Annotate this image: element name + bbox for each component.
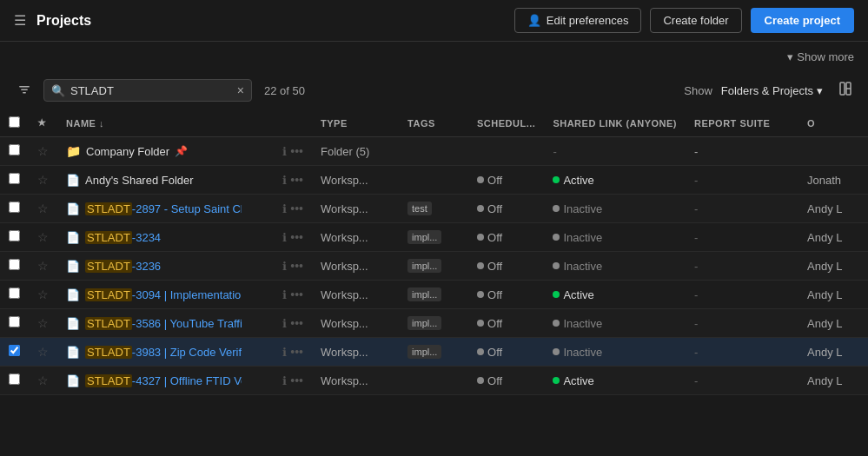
info-icon[interactable]: ℹ [282, 317, 287, 330]
schedule-text: Off [487, 202, 502, 215]
th-tags[interactable]: TAGS [399, 109, 468, 137]
name-rest[interactable]: -3236 [132, 260, 161, 273]
search-container: 🔍 × [43, 79, 252, 102]
shared-dot [553, 291, 560, 298]
schedule-cell: Off [468, 281, 544, 309]
row-checkbox[interactable] [9, 202, 20, 213]
th-star: ★ [29, 109, 57, 137]
edit-preferences-button[interactable]: 👤 Edit preferences [514, 8, 642, 33]
svg-rect-2 [23, 92, 26, 94]
show-more-button[interactable]: ▾ Show more [787, 50, 854, 63]
columns-button[interactable] [838, 81, 854, 100]
tag-badge: impl... [407, 259, 441, 273]
more-options-icon[interactable]: ••• [290, 230, 303, 244]
select-all-checkbox[interactable] [9, 116, 20, 128]
info-icon[interactable]: ℹ [282, 231, 287, 244]
th-shared[interactable]: SHARED LINK (ANYONE) [544, 109, 686, 137]
schedule-text: Off [487, 260, 502, 273]
search-input[interactable] [70, 84, 234, 97]
name-highlight[interactable]: STLADT [85, 260, 132, 273]
create-folder-button[interactable]: Create folder [650, 8, 741, 33]
th-name[interactable]: NAME ↓ [57, 109, 312, 137]
name-rest[interactable]: -2897 - Setup Saint Classifica... [132, 202, 242, 215]
row-checkbox[interactable] [9, 345, 20, 356]
star-cell[interactable]: ☆ [29, 223, 57, 252]
name-rest[interactable]: -4327 | Offline FTID Verificati... [132, 374, 242, 387]
th-owner[interactable]: O [798, 109, 868, 137]
star-cell[interactable]: ☆ [29, 338, 57, 367]
more-options-icon[interactable]: ••• [290, 373, 303, 387]
workspace-icon: 📄 [66, 317, 80, 330]
row-checkbox[interactable] [9, 173, 20, 184]
info-icon[interactable]: ℹ [282, 202, 287, 215]
more-options-icon[interactable]: ••• [290, 287, 303, 301]
star-cell[interactable]: ☆ [29, 166, 57, 195]
row-checkbox-cell [0, 367, 29, 395]
more-options-icon[interactable]: ••• [290, 316, 303, 330]
row-checkbox[interactable] [9, 287, 20, 299]
row-checkbox-cell [0, 338, 29, 367]
create-project-button[interactable]: Create project [751, 8, 854, 33]
menu-icon[interactable]: ☰ [14, 12, 26, 29]
star-cell[interactable]: ☆ [29, 281, 57, 309]
shared-cell: Active [544, 281, 686, 309]
table-row: ☆📄STLADT-2897 - Setup Saint Classifica..… [0, 195, 868, 223]
name-cell: 📄STLADT-3094 | Implementation Wor...ℹ••• [57, 281, 312, 309]
schedule-cell: Off [468, 338, 544, 367]
more-options-icon[interactable]: ••• [290, 144, 303, 158]
row-checkbox[interactable] [9, 259, 20, 270]
info-icon[interactable]: ℹ [282, 174, 287, 187]
info-icon[interactable]: ℹ [282, 374, 287, 387]
name-highlight[interactable]: STLADT [85, 202, 132, 215]
star-cell[interactable]: ☆ [29, 195, 57, 223]
filter-button[interactable] [14, 79, 35, 102]
star-cell[interactable]: ☆ [29, 252, 57, 281]
tag-badge: impl... [407, 316, 441, 330]
name-rest[interactable]: -3094 | Implementation Wor... [132, 288, 242, 301]
name-highlight[interactable]: STLADT [85, 231, 132, 244]
name-link[interactable]: Andy's Shared Folder [85, 174, 194, 187]
th-schedule[interactable]: SCHEDUL... [468, 109, 544, 137]
svg-rect-1 [21, 89, 28, 90]
more-options-icon[interactable]: ••• [290, 259, 303, 273]
name-rest[interactable]: -3983 | Zip Code Verification [132, 346, 242, 359]
search-icon: 🔍 [51, 84, 65, 97]
table-row: ☆📁Company Folder📌ℹ•••Folder (5)-- [0, 137, 868, 166]
more-options-icon[interactable]: ••• [290, 345, 303, 359]
toolbar: 🔍 × 22 of 50 Show Folders & Projects ▾ [0, 71, 868, 109]
info-icon[interactable]: ℹ [282, 288, 287, 301]
info-icon[interactable]: ℹ [282, 260, 287, 273]
page-title: Projects [36, 13, 91, 29]
name-highlight[interactable]: STLADT [85, 346, 132, 359]
row-checkbox[interactable] [9, 230, 20, 241]
name-cell: 📄STLADT-3983 | Zip Code Verificationℹ••• [57, 338, 312, 367]
row-checkbox[interactable] [9, 316, 20, 327]
name-rest[interactable]: -3586 | YouTube Traffic Inves... [132, 317, 242, 330]
schedule-cell: Off [468, 223, 544, 252]
tags-cell: impl... [399, 223, 468, 252]
info-icon[interactable]: ℹ [282, 145, 287, 158]
name-highlight[interactable]: STLADT [85, 374, 132, 387]
row-checkbox[interactable] [9, 373, 20, 385]
name-highlight[interactable]: STLADT [85, 288, 132, 301]
star-cell[interactable]: ☆ [29, 367, 57, 395]
tags-cell [399, 367, 468, 395]
show-dropdown-button[interactable]: Folders & Projects ▾ [721, 84, 823, 97]
workspace-icon: 📄 [66, 231, 80, 244]
more-options-icon[interactable]: ••• [290, 173, 303, 187]
name-link[interactable]: Company Folder [86, 145, 169, 158]
th-report[interactable]: REPORT SUITE [686, 109, 798, 137]
star-cell[interactable]: ☆ [29, 309, 57, 338]
row-checkbox[interactable] [9, 144, 20, 155]
star-cell[interactable]: ☆ [29, 137, 57, 166]
info-icon[interactable]: ℹ [282, 346, 287, 359]
th-type[interactable]: TYPE [312, 109, 399, 137]
shared-cell: Inactive [544, 309, 686, 338]
name-highlight[interactable]: STLADT [85, 317, 132, 330]
more-options-icon[interactable]: ••• [290, 202, 303, 215]
search-clear-icon[interactable]: × [237, 83, 244, 97]
name-rest[interactable]: -3234 [132, 231, 161, 244]
tag-badge: impl... [407, 345, 441, 359]
report-cell: - [686, 309, 798, 338]
table-header-row: ★ NAME ↓ TYPE TAGS SCHEDUL... SHARED LIN… [0, 109, 868, 137]
